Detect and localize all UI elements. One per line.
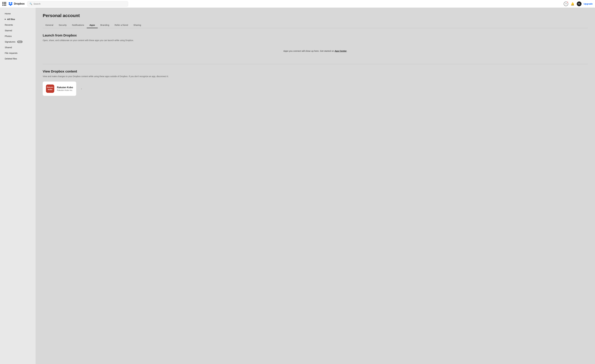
section-divider — [43, 64, 588, 64]
dropbox-wordmark: Dropbox — [14, 2, 25, 5]
tab-notifications[interactable]: Notifications — [69, 22, 87, 28]
tab-general[interactable]: General — [43, 22, 56, 28]
tab-branding[interactable]: Branding — [98, 22, 112, 28]
view-section: View Dropbox content View and make chang… — [43, 70, 588, 96]
app-company: Rakuten Kobo Inc. — [57, 89, 73, 91]
sidebar-item-recents[interactable]: Recents — [1, 22, 34, 28]
app-center-link[interactable]: App Center — [335, 50, 347, 52]
sidebar: Home▶All filesRecentsStarredPhotosSignat… — [0, 8, 35, 364]
sidebar-item-label: Starred — [5, 29, 12, 32]
page-title: Personal account — [43, 13, 588, 18]
tab-security[interactable]: Security — [56, 22, 69, 28]
launch-empty-state: Apps you connect will show up here. Get … — [43, 45, 588, 57]
sidebar-item-shared[interactable]: Shared — [1, 45, 34, 50]
tabs: GeneralSecurityNotificationsAppsBranding… — [43, 22, 588, 28]
app-card-info: Rakuten Kobo Rakuten Kobo Inc. — [57, 86, 73, 91]
search-icon: 🔍 — [29, 2, 32, 5]
sidebar-item-label: Shared — [5, 46, 12, 49]
search-bar[interactable]: 🔍 — [27, 1, 128, 7]
sidebar-item-label: All files — [7, 18, 15, 21]
upgrade-button[interactable]: Upgrade — [584, 2, 593, 5]
main-layout: Home▶All filesRecentsStarredPhotosSignat… — [0, 8, 595, 364]
sidebar-item-label: Deleted files — [5, 57, 17, 60]
sidebar-item-label: Photos — [5, 35, 12, 37]
svg-text:kobo: kobo — [48, 88, 52, 91]
tab-apps[interactable]: Apps — [87, 22, 98, 28]
chevron-icon: ▶ — [5, 18, 6, 20]
sidebar-item-label: Home — [5, 12, 11, 15]
top-navigation: Dropbox 🔍 ? 🔔 CL Upgrade — [0, 0, 595, 8]
sidebar-item-starred[interactable]: Starred — [1, 28, 34, 33]
view-section-desc: View and make changes to your Dropbox co… — [43, 75, 588, 78]
topnav-right: ? 🔔 CL Upgrade — [564, 1, 593, 6]
dropbox-logo[interactable]: Dropbox — [8, 2, 25, 6]
sidebar-item-signatures[interactable]: SignaturesNew — [1, 39, 34, 44]
sidebar-item-photos[interactable]: Photos — [1, 33, 34, 39]
avatar[interactable]: CL — [577, 1, 581, 6]
main-content: Personal account GeneralSecurityNotifica… — [35, 8, 595, 364]
app-card-rakuten[interactable]: Rakuten kobo Rakuten Kobo Rakuten Kobo I… — [43, 82, 76, 96]
launch-section-desc: Open, share, and collaborate on your con… — [43, 39, 588, 42]
sidebar-item-label: File requests — [5, 52, 17, 54]
sidebar-item-label: Signatures — [5, 41, 15, 43]
sidebar-item-home[interactable]: Home — [1, 11, 34, 16]
app-row: Rakuten kobo Rakuten Kobo Rakuten Kobo I… — [43, 82, 588, 96]
svg-text:Rakuten: Rakuten — [47, 86, 53, 88]
sidebar-item-deleted-files[interactable]: Deleted files — [1, 56, 34, 61]
sidebar-item-label: Recents — [5, 24, 13, 26]
sidebar-badge: New — [17, 41, 23, 43]
sidebar-item-file-requests[interactable]: File requests — [1, 50, 34, 56]
tab-refer-a-friend[interactable]: Refer a friend — [112, 22, 131, 28]
search-input[interactable] — [34, 2, 126, 5]
app-name: Rakuten Kobo — [57, 86, 73, 89]
grid-menu-icon[interactable] — [2, 2, 6, 6]
app-card-icon: Rakuten kobo — [46, 85, 54, 93]
notifications-button[interactable]: 🔔 — [570, 2, 575, 6]
notification-dot — [567, 1, 568, 3]
tab-sharing[interactable]: Sharing — [131, 22, 144, 28]
view-section-title: View Dropbox content — [43, 70, 588, 73]
app-card-chevron-icon[interactable]: › — [81, 87, 82, 90]
launch-section-title: Launch from Dropbox — [43, 34, 588, 37]
sidebar-item-all-files[interactable]: ▶All files — [1, 16, 34, 22]
help-button[interactable]: ? — [564, 2, 568, 6]
launch-section: Launch from Dropbox Open, share, and col… — [43, 34, 588, 57]
